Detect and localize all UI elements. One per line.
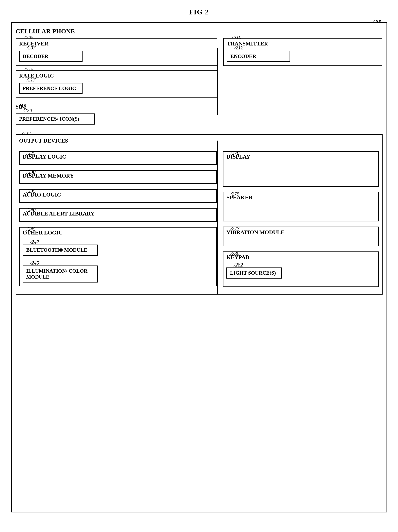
page: FIG 2 ∕200 CELLULAR PHONE 205 RECEIVER ∕… bbox=[11, 8, 387, 522]
light-source-label: LIGHT SOURCE(S) bbox=[230, 270, 276, 276]
illumination-label: ILLUMINATION/ COLORMODULE bbox=[26, 268, 87, 280]
transmitter-label: TRANSMITTER bbox=[227, 41, 379, 47]
sim-label: SIM bbox=[16, 104, 217, 110]
preference-logic-box: PREFERENCE LOGIC bbox=[19, 83, 83, 94]
receiver-box: 205 RECEIVER ∕207 DECODER bbox=[16, 38, 217, 66]
output-left: ∕225 DISPLAY LOGIC ∕230 DISPLAY MEMORY bbox=[19, 146, 217, 289]
decoder-box: DECODER bbox=[19, 51, 83, 62]
display-logic-box: DISPLAY LOGIC bbox=[19, 151, 217, 165]
illumination-ref: ∕249 bbox=[31, 260, 39, 266]
illumination-box: ILLUMINATION/ COLORMODULE bbox=[23, 266, 98, 283]
speaker-wrapper: ∕275 SPEAKER bbox=[223, 192, 379, 222]
audible-alert-label: AUDIBLE ALERT LIBRARY bbox=[23, 210, 95, 217]
vibration-box: VIBRATION MODULE bbox=[223, 227, 379, 246]
preference-logic-ref: ∕217 bbox=[27, 77, 36, 83]
figure-title: FIG 2 bbox=[11, 8, 387, 16]
speaker-label: SPEAKER bbox=[226, 194, 253, 201]
output-devices-label: OUTPUT DEVICES bbox=[19, 138, 379, 144]
sim-prefs-ref: ∕220 bbox=[24, 108, 32, 114]
rate-logic-box: 215 RATE LOGIC ∕217 PREFERENCE LOGIC bbox=[16, 70, 217, 98]
audio-logic-box: AUDIO LOGIC bbox=[19, 189, 217, 203]
light-source-ref: ∕282 bbox=[234, 262, 243, 268]
light-source-box: LIGHT SOURCE(S) bbox=[226, 267, 282, 279]
keypad-wrapper: ∕280 KEYPAD ∕282 LIGHT SOURCE(S) bbox=[223, 252, 379, 287]
audio-logic-label: AUDIO LOGIC bbox=[23, 192, 61, 198]
encoder-label: ENCODER bbox=[230, 53, 256, 59]
rate-logic-ref: 215 bbox=[24, 67, 34, 73]
sim-preferences-box: PREFERENCES/ ICON(S) bbox=[16, 114, 95, 125]
transmitter-box: 210 TRANSMITTER ∕212 ENCODER bbox=[223, 38, 382, 66]
display-wrapper: ∕270 DISPLAY bbox=[223, 151, 379, 187]
sim-outer: ∕219 SIM ∕220 PREFERENCES/ ICON(S) bbox=[16, 104, 217, 126]
bluetooth-wrapper: ∕247 BLUETOOTH® MODULE bbox=[23, 240, 214, 257]
decoder-label: DECODER bbox=[23, 53, 48, 59]
audio-logic-wrapper: ∕235 AUDIO LOGIC bbox=[19, 189, 217, 203]
rate-logic-label: RATE LOGIC bbox=[19, 73, 214, 79]
output-ref: ∕222 bbox=[22, 131, 31, 137]
output-right: ∕270 DISPLAY ∕275 SPEAKER ∕2 bbox=[217, 146, 379, 291]
speaker-box: SPEAKER bbox=[223, 192, 379, 222]
output-devices-section: ∕222 OUTPUT DEVICES ∕225 DISPLAY LOGIC bbox=[16, 134, 383, 295]
display-label: DISPLAY bbox=[226, 154, 250, 160]
preference-logic-label: PREFERENCE LOGIC bbox=[23, 85, 76, 91]
illumination-wrapper: ∕249 ILLUMINATION/ COLORMODULE bbox=[23, 261, 214, 284]
decoder-ref: ∕207 bbox=[27, 45, 36, 51]
display-memory-wrapper: ∕230 DISPLAY MEMORY bbox=[19, 170, 217, 184]
transmitter-ref: 210 bbox=[232, 35, 241, 41]
display-logic-label: DISPLAY LOGIC bbox=[23, 154, 66, 160]
display-memory-label: DISPLAY MEMORY bbox=[23, 173, 74, 179]
vibration-label: VIBRATION MODULE bbox=[226, 229, 284, 235]
other-logic-wrapper: ∕245 OTHER LOGIC ∕247 BLUETOOTH® MODULE bbox=[19, 227, 217, 286]
bluetooth-ref: ∕247 bbox=[31, 239, 39, 245]
receiver-ref: 205 bbox=[24, 35, 34, 41]
main-diagram: ∕200 CELLULAR PHONE 205 RECEIVER ∕207 DE… bbox=[11, 22, 387, 513]
bluetooth-box: BLUETOOTH® MODULE bbox=[23, 245, 98, 256]
bluetooth-label: BLUETOOTH® MODULE bbox=[26, 247, 87, 253]
vibration-wrapper: ∕277 VIBRATION MODULE bbox=[223, 227, 379, 246]
display-logic-wrapper: ∕225 DISPLAY LOGIC bbox=[19, 151, 217, 165]
receiver-label: RECEIVER bbox=[19, 41, 214, 47]
audible-alert-box: AUDIBLE ALERT LIBRARY bbox=[19, 208, 217, 222]
output-devices-inner: ∕225 DISPLAY LOGIC ∕230 DISPLAY MEMORY bbox=[19, 146, 379, 291]
encoder-ref: ∕212 bbox=[235, 45, 243, 51]
audible-alert-wrapper: ∕240 AUDIBLE ALERT LIBRARY bbox=[19, 208, 217, 222]
main-ref: ∕200 bbox=[373, 18, 383, 25]
other-logic-label: OTHER LOGIC bbox=[23, 229, 63, 236]
keypad-label: KEYPAD bbox=[226, 254, 249, 260]
other-logic-box: OTHER LOGIC ∕247 BLUETOOTH® MODULE bbox=[19, 227, 217, 286]
display-box: DISPLAY bbox=[223, 151, 379, 187]
sim-preferences-label: PREFERENCES/ ICON(S) bbox=[19, 116, 79, 122]
display-memory-box: DISPLAY MEMORY bbox=[19, 170, 217, 184]
keypad-box: KEYPAD ∕282 LIGHT SOURCE(S) bbox=[223, 252, 379, 287]
encoder-box: ENCODER bbox=[227, 51, 290, 62]
light-source-wrapper: ∕282 LIGHT SOURCE(S) bbox=[226, 263, 375, 279]
cellular-phone-label: CELLULAR PHONE bbox=[16, 28, 383, 35]
